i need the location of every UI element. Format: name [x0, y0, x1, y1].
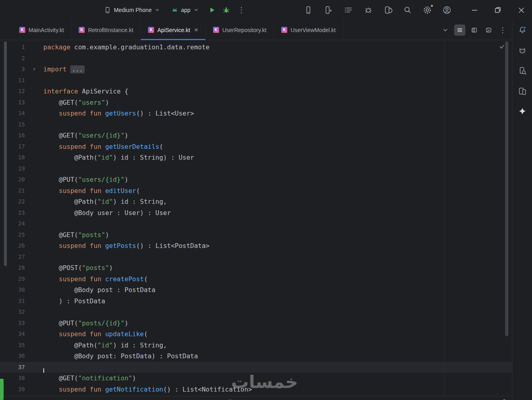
code-text: @GET("users") [43, 97, 109, 108]
code-text: @Body post : PostData [43, 284, 155, 296]
code-text: @POST("posts") [43, 262, 113, 274]
device-manager-icon[interactable] [323, 5, 333, 15]
editor-list-view-icon[interactable] [454, 24, 465, 36]
fold-arrow-icon[interactable]: › [25, 64, 43, 75]
code-line-32[interactable]: 32 [0, 307, 512, 318]
editor-tab-apiservice-kt[interactable]: KApiService.kt× [141, 20, 206, 40]
line-separator-widget[interactable]: CRLF [430, 399, 444, 400]
code-line-2[interactable]: 2 [0, 53, 512, 64]
code-line-35[interactable]: 35 @Path("id") id : String, [0, 340, 512, 351]
minimize-button[interactable] [470, 6, 479, 14]
code-line-28[interactable]: 28 @POST("posts") [0, 262, 512, 274]
device-explorer-icon[interactable] [303, 5, 313, 15]
code-line-16[interactable]: 16 @GET("users/{id}") [0, 130, 512, 141]
split-editor-icon[interactable] [469, 24, 480, 36]
breadcrumb-item[interactable]: graduation1 [152, 399, 179, 400]
code-line-36[interactable]: 36 @Body post: PostData) : PostData [0, 351, 512, 362]
encoding-widget[interactable]: UTF-8 [451, 399, 466, 400]
code-text: suspend fun getPosts() : List<PostData> [43, 240, 209, 252]
code-line-13[interactable]: 13 @GET("users") [0, 97, 512, 108]
preview-image-icon[interactable] [483, 24, 494, 36]
debug-bug-icon [222, 6, 231, 14]
close-window-button[interactable] [517, 6, 526, 14]
code-line-24[interactable]: 24 [0, 218, 512, 229]
tab-options-more-icon[interactable]: ⋮ [497, 26, 508, 34]
layout-inspector-icon[interactable] [516, 65, 529, 77]
code-line-19[interactable]: 19 [0, 163, 512, 175]
editor-tab-userviewmodel-kt[interactable]: KUserViewModel.kt [274, 20, 343, 40]
more-actions-icon[interactable]: ⋮ [236, 6, 247, 14]
breadcrumb-separator: › [103, 399, 104, 400]
code-line-20[interactable]: 20 @PUT("users/{id}") [0, 174, 512, 185]
code-line-29[interactable]: 29 suspend fun createPost( [0, 274, 512, 285]
breadcrumb-item[interactable]: data [187, 399, 197, 400]
code-line-27[interactable]: 27 [0, 252, 512, 263]
run-configuration-selector[interactable]: app [169, 5, 201, 15]
code-line-25[interactable]: 25 @GET("posts") [0, 229, 512, 241]
search-icon[interactable] [403, 5, 412, 15]
kotlin-file-icon: K [19, 27, 25, 33]
editor-scrollbar-thumb[interactable] [505, 41, 508, 336]
editor-tab-retrofitinstance-kt[interactable]: KRetrofitInstance.kt [71, 20, 141, 40]
breadcrumb-item[interactable]: src [57, 399, 64, 400]
code-line-14[interactable]: 14 suspend fun getUsers() : List<User> [0, 108, 512, 119]
account-avatar-icon[interactable] [442, 5, 452, 15]
editor-tab-mainactivity-kt[interactable]: KMainActivity.kt [12, 20, 71, 40]
breadcrumb-item[interactable]: com [107, 399, 117, 400]
code-line-22[interactable]: 22 @Path("id") id : String, [0, 196, 512, 207]
code-line-18[interactable]: 18 @Path("id") id : String) : User [0, 152, 512, 163]
run-button[interactable] [207, 6, 216, 14]
code-line-11[interactable]: 11 [0, 75, 512, 86]
editor-tab-userrepository-kt[interactable]: KUserRepository.kt [206, 20, 274, 40]
code-line-31[interactable]: 31 ) : PostData [0, 296, 512, 307]
breadcrumb-item[interactable]: main [72, 399, 83, 400]
caret-position-widget[interactable]: 37:1 [413, 399, 423, 400]
code-line-30[interactable]: 30 @Body post : PostData [0, 284, 512, 296]
running-devices-icon[interactable] [516, 85, 529, 97]
code-line-33[interactable]: 33 @PUT("posts/{id}") [0, 318, 512, 329]
maximize-restore-button[interactable] [493, 6, 502, 14]
line-number: 30 [0, 284, 25, 296]
bug-report-icon[interactable] [363, 5, 373, 15]
settings-gear-icon[interactable] [422, 5, 432, 15]
code-line-21[interactable]: 21 suspend fun editUser( [0, 185, 512, 197]
breadcrumb-item[interactable]: app [41, 399, 50, 400]
run-play-icon [207, 6, 216, 14]
logcat-list-icon[interactable] [343, 5, 353, 15]
code-text: suspend fun getNotification() : List<Not… [43, 384, 252, 395]
code-editor[interactable]: 1package com.example.graduation1.data.re… [0, 40, 512, 396]
breadcrumb-item[interactable]: remote [204, 399, 220, 400]
device-mirroring-icon[interactable] [384, 5, 393, 15]
logcat-cat-icon[interactable] [516, 45, 529, 57]
titlebar: Medium Phone app ⋮ [0, 0, 532, 20]
code-line-37[interactable]: 37 [0, 362, 512, 373]
tab-label: ApiService.kt [157, 27, 190, 33]
indent-widget[interactable]: 4 spaces [473, 399, 494, 400]
code-text: suspend fun updateLike( [43, 329, 148, 340]
left-scrollbar-thumb[interactable] [4, 41, 7, 266]
code-line-12[interactable]: 12interface ApiService { [0, 86, 512, 97]
gemini-sparkle-icon[interactable] [516, 105, 529, 118]
code-text: interface ApiService { [43, 86, 128, 97]
show-hidden-tabs-chevron-icon[interactable] [440, 24, 451, 36]
inspections-ok-icon[interactable] [499, 43, 505, 50]
phone-device-icon [104, 6, 111, 14]
breadcrumb-item[interactable]: ApiService [236, 399, 260, 400]
chevron-down-icon [193, 7, 199, 13]
breadcrumb-separator: › [147, 399, 149, 400]
debug-button[interactable] [222, 6, 231, 14]
breadcrumb-item[interactable]: example [124, 399, 144, 400]
code-line-3[interactable]: 3›import ... [0, 64, 512, 75]
breadcrumb-item[interactable]: graduation1 [6, 399, 34, 400]
watermark-text: خمسات [231, 372, 298, 392]
device-selector[interactable]: Medium Phone [101, 5, 163, 15]
code-line-34[interactable]: 34 suspend fun updateLike( [0, 329, 512, 340]
close-tab-icon[interactable]: × [194, 26, 198, 33]
code-line-15[interactable]: 15 [0, 119, 512, 130]
code-line-23[interactable]: 23 @Body user : User) : User [0, 207, 512, 219]
code-line-26[interactable]: 26 suspend fun getPosts() : List<PostDat… [0, 240, 512, 252]
code-line-1[interactable]: 1package com.example.graduation1.data.re… [0, 42, 512, 53]
notifications-bell-icon[interactable] [516, 24, 529, 37]
code-line-17[interactable]: 17 suspend fun getUserDetails( [0, 141, 512, 152]
breadcrumb-item[interactable]: java [90, 399, 100, 400]
